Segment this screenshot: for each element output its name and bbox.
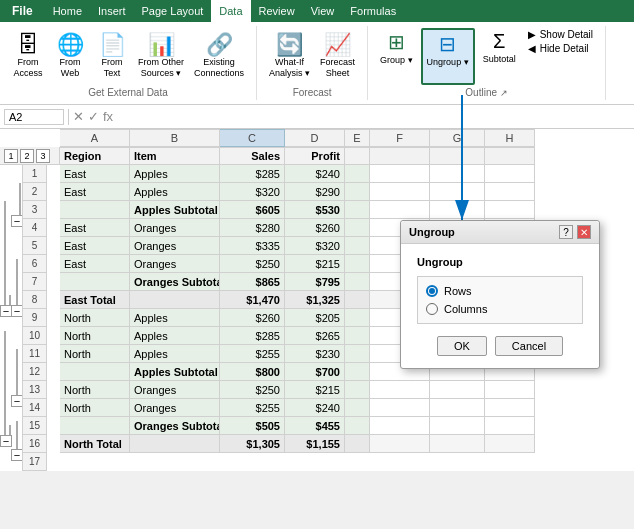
ungroup-button[interactable]: ⊟ Ungroup ▾ (421, 28, 475, 85)
cell-d9[interactable]: $1,325 (285, 291, 345, 309)
from-web-button[interactable]: 🌐 FromWeb (50, 32, 90, 81)
cell-f16[interactable] (370, 417, 430, 435)
cell-f3[interactable] (370, 183, 430, 201)
row-num-17[interactable]: 17 (22, 453, 47, 471)
radio-columns-dot[interactable] (426, 303, 438, 315)
cell-c15[interactable]: $255 (220, 399, 285, 417)
dialog-help-button[interactable]: ? (559, 225, 573, 239)
cell-c14[interactable]: $250 (220, 381, 285, 399)
cell-e9[interactable] (345, 291, 370, 309)
cell-c2[interactable]: $285 (220, 165, 285, 183)
cell-h16[interactable] (485, 417, 535, 435)
cell-e11[interactable] (345, 327, 370, 345)
row-num-12[interactable]: 12 (22, 363, 47, 381)
insert-function-icon[interactable]: fx (103, 109, 113, 124)
cell-d13[interactable]: $700 (285, 363, 345, 381)
cell-a17[interactable]: North Total (60, 435, 130, 453)
from-other-sources-button[interactable]: 📊 From OtherSources ▾ (134, 32, 188, 81)
row-num-8[interactable]: 8 (22, 291, 47, 309)
from-access-button[interactable]: 🗄 FromAccess (8, 32, 48, 81)
row-num-7[interactable]: 7 (22, 273, 47, 291)
cell-a9[interactable]: East Total (60, 291, 130, 309)
cell-e15[interactable] (345, 399, 370, 417)
show-detail-button[interactable]: ▶ Show Detail (524, 28, 597, 41)
col-header-g[interactable]: G (430, 129, 485, 147)
formula-input[interactable] (117, 110, 630, 124)
cell-e14[interactable] (345, 381, 370, 399)
cell-f4[interactable] (370, 201, 430, 219)
cell-b14[interactable]: Oranges (130, 381, 220, 399)
cell-a5[interactable]: East (60, 219, 130, 237)
cell-e10[interactable] (345, 309, 370, 327)
cell-e3[interactable] (345, 183, 370, 201)
collapse-north[interactable]: − (0, 435, 12, 447)
row-num-10[interactable]: 10 (22, 327, 47, 345)
hide-detail-button[interactable]: ◀ Hide Detail (524, 42, 597, 55)
cell-c6[interactable]: $335 (220, 237, 285, 255)
existing-connections-button[interactable]: 🔗 ExistingConnections (190, 32, 248, 81)
cell-e16[interactable] (345, 417, 370, 435)
cell-d11[interactable]: $265 (285, 327, 345, 345)
outline-level-2[interactable]: 2 (20, 149, 34, 163)
cell-d10[interactable]: $205 (285, 309, 345, 327)
outline-level-3[interactable]: 3 (36, 149, 50, 163)
cell-c17[interactable]: $1,305 (220, 435, 285, 453)
cell-c8[interactable]: $865 (220, 273, 285, 291)
row-num-13[interactable]: 13 (22, 381, 47, 399)
subtotal-button[interactable]: Σ Subtotal (479, 28, 520, 85)
cell-c12[interactable]: $255 (220, 345, 285, 363)
confirm-formula-icon[interactable]: ✓ (88, 109, 99, 124)
cell-d4[interactable]: $530 (285, 201, 345, 219)
cell-g15[interactable] (430, 399, 485, 417)
cell-a13[interactable] (60, 363, 130, 381)
cell-b15[interactable]: Oranges (130, 399, 220, 417)
cell-f15[interactable] (370, 399, 430, 417)
row-num-14[interactable]: 14 (22, 399, 47, 417)
cell-f17[interactable] (370, 435, 430, 453)
cell-a3[interactable]: East (60, 183, 130, 201)
col-header-e[interactable]: E (345, 129, 370, 147)
cell-c16[interactable]: $505 (220, 417, 285, 435)
cell-c13[interactable]: $800 (220, 363, 285, 381)
row-num-9[interactable]: 9 (22, 309, 47, 327)
cell-e17[interactable] (345, 435, 370, 453)
cell-a1[interactable]: Region (60, 147, 130, 165)
cell-b11[interactable]: Apples (130, 327, 220, 345)
forecast-sheet-button[interactable]: 📈 ForecastSheet (316, 32, 359, 81)
row-num-15[interactable]: 15 (22, 417, 47, 435)
cell-d1[interactable]: Profit (285, 147, 345, 165)
cell-a4[interactable] (60, 201, 130, 219)
cell-b4[interactable]: Apples Subtotal (130, 201, 220, 219)
cell-d5[interactable]: $260 (285, 219, 345, 237)
group-button[interactable]: ⊞ Group ▾ (376, 28, 417, 85)
menu-insert[interactable]: Insert (90, 0, 134, 22)
col-header-f[interactable]: F (370, 129, 430, 147)
cell-reference[interactable] (4, 109, 64, 125)
cell-h17[interactable] (485, 435, 535, 453)
row-num-6[interactable]: 6 (22, 255, 47, 273)
cell-h15[interactable] (485, 399, 535, 417)
from-text-button[interactable]: 📄 FromText (92, 32, 132, 81)
cell-c5[interactable]: $280 (220, 219, 285, 237)
cell-a10[interactable]: North (60, 309, 130, 327)
dialog-ok-button[interactable]: OK (437, 336, 487, 356)
col-header-b[interactable]: B (130, 129, 220, 147)
cell-e2[interactable] (345, 165, 370, 183)
cell-d15[interactable]: $240 (285, 399, 345, 417)
cell-c11[interactable]: $285 (220, 327, 285, 345)
cancel-formula-icon[interactable]: ✕ (73, 109, 84, 124)
cell-d14[interactable]: $215 (285, 381, 345, 399)
cell-g16[interactable] (430, 417, 485, 435)
cell-b17[interactable] (130, 435, 220, 453)
menu-review[interactable]: Review (251, 0, 303, 22)
cell-c1[interactable]: Sales (220, 147, 285, 165)
cell-b12[interactable]: Apples (130, 345, 220, 363)
menu-page-layout[interactable]: Page Layout (134, 0, 212, 22)
cell-b13[interactable]: Apples Subtotal (130, 363, 220, 381)
menu-home[interactable]: Home (45, 0, 90, 22)
cell-a15[interactable]: North (60, 399, 130, 417)
cell-b1[interactable]: Item (130, 147, 220, 165)
radio-rows[interactable]: Rows (426, 285, 574, 297)
cell-h2[interactable] (485, 165, 535, 183)
cell-b16[interactable]: Oranges Subtotal (130, 417, 220, 435)
